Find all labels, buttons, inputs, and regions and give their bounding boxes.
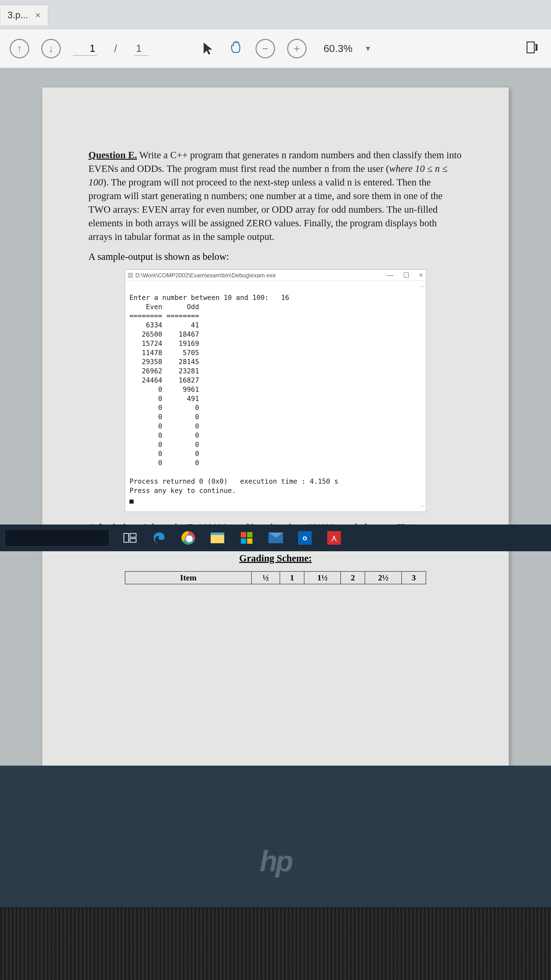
- table-header: 1: [280, 571, 304, 584]
- hp-logo: hp: [260, 845, 292, 878]
- close-icon[interactable]: ×: [35, 10, 41, 21]
- select-tool-icon[interactable]: [202, 41, 217, 56]
- mail-icon[interactable]: [267, 530, 284, 546]
- sample-output-label: A sample-output is shown as below:: [89, 251, 462, 262]
- table-header: Item: [125, 571, 251, 584]
- zoom-in-icon[interactable]: +: [287, 39, 306, 58]
- page-up-icon[interactable]: ↑: [10, 39, 29, 58]
- pdf-viewer-window: 3.p... × ↑ ↓ / 1 − + 60.3% ▼: [0, 0, 551, 765]
- grading-table: Item ½ 1 1½ 2 2½ 3: [125, 571, 426, 584]
- page-fit-icon[interactable]: [524, 40, 541, 57]
- grading-scheme-title: Grading Scheme:: [89, 552, 462, 564]
- minimize-icon[interactable]: —: [387, 271, 394, 279]
- page-total: 1: [134, 41, 149, 56]
- svg-rect-1: [124, 533, 129, 542]
- acrobat-reader-icon[interactable]: ⋏: [326, 530, 343, 546]
- console-titlebar: D:\Work\COMP2002\Exam\exam\bin\Debug\exa…: [125, 270, 426, 281]
- table-header: 2: [341, 571, 365, 584]
- hand-tool-icon[interactable]: [229, 40, 243, 57]
- close-icon[interactable]: ×: [419, 271, 423, 279]
- svg-rect-0: [527, 42, 534, 53]
- windows-taskbar: o ⋏: [0, 525, 551, 551]
- table-header: 3: [402, 571, 426, 584]
- document-page: Question E. Write a C++ program that gen…: [42, 88, 509, 765]
- scroll-down-icon[interactable]: ﹀: [420, 504, 425, 510]
- question-label: Question E.: [89, 150, 137, 161]
- tabs-bar: 3.p... ×: [0, 0, 551, 29]
- zoom-out-icon[interactable]: −: [256, 39, 275, 58]
- document-tab[interactable]: 3.p... ×: [0, 5, 48, 25]
- page-number-input[interactable]: [73, 41, 97, 56]
- outlook-icon[interactable]: o: [296, 530, 313, 546]
- keyboard-edge: [0, 907, 551, 980]
- chrome-browser-icon[interactable]: [180, 530, 197, 546]
- scroll-up-icon[interactable]: ︿: [420, 282, 425, 289]
- table-header: ½: [251, 571, 280, 584]
- pdf-content-area[interactable]: Question E. Write a C++ program that gen…: [0, 68, 551, 765]
- table-header: 2½: [365, 571, 401, 584]
- console-window: D:\Work\COMP2002\Exam\exam\bin\Debug\exa…: [125, 270, 426, 512]
- svg-rect-3: [130, 539, 136, 542]
- tab-title: 3.p...: [8, 10, 28, 21]
- microsoft-store-icon[interactable]: [238, 530, 255, 546]
- question-text: Question E. Write a C++ program that gen…: [89, 148, 462, 243]
- page-separator: /: [114, 43, 117, 54]
- file-explorer-icon[interactable]: [209, 530, 226, 546]
- table-header: 1½: [304, 571, 341, 584]
- page-down-icon[interactable]: ↓: [41, 39, 61, 58]
- svg-rect-2: [130, 533, 136, 537]
- task-view-icon[interactable]: [121, 530, 138, 546]
- table-row: Item ½ 1 1½ 2 2½ 3: [125, 571, 426, 584]
- console-icon: [128, 273, 133, 278]
- console-output: ︿Enter a number between 10 and 100: 16 E…: [125, 281, 426, 512]
- zoom-percentage: 60.3%: [324, 43, 353, 54]
- console-title-text: D:\Work\COMP2002\Exam\exam\bin\Debug\exa…: [135, 272, 276, 279]
- maximize-icon[interactable]: ☐: [403, 271, 410, 279]
- edge-browser-icon[interactable]: [151, 530, 168, 546]
- pdf-toolbar: ↑ ↓ / 1 − + 60.3% ▼: [0, 29, 551, 68]
- zoom-dropdown-icon[interactable]: ▼: [365, 45, 372, 52]
- monitor-screen: 3.p... × ↑ ↓ / 1 − + 60.3% ▼: [0, 0, 551, 765]
- taskbar-search[interactable]: [5, 530, 110, 546]
